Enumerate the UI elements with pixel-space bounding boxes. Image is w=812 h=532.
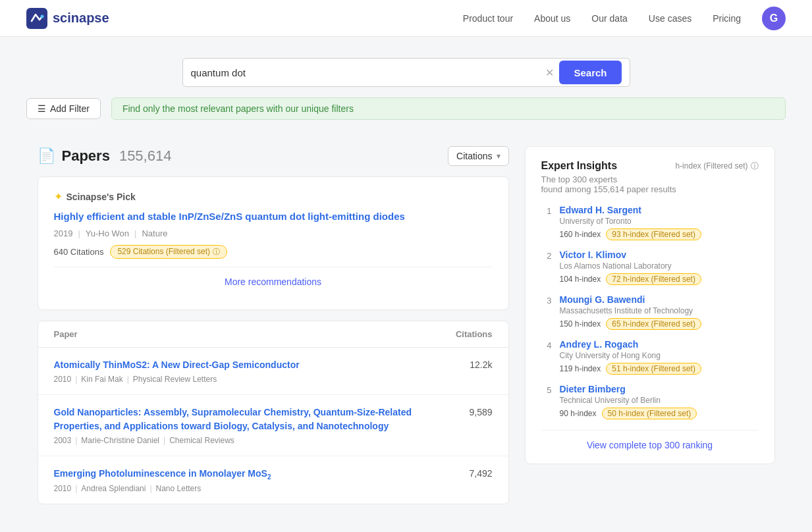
info-icon: ⓘ <box>213 247 220 257</box>
pick-journal: Nature <box>142 228 167 238</box>
paper-title[interactable]: Emerging Photoluminescence in Monolayer … <box>54 467 459 482</box>
svg-rect-0 <box>26 8 47 29</box>
papers-icon: 📄 <box>38 147 55 165</box>
user-avatar[interactable]: G <box>762 7 786 30</box>
pick-label: Scinapse's Pick <box>67 192 136 202</box>
paper-journal: Nano Letters <box>156 484 202 493</box>
search-input[interactable] <box>191 67 546 78</box>
filtered-citation-badge[interactable]: 529 Citations (Filtered set) ⓘ <box>110 245 227 259</box>
expert-scores: 104 h-index 72 h-index (Filtered set) <box>560 273 759 285</box>
paper-year: 2010 <box>54 484 72 493</box>
expert-affil: Massachusetts Institute of Technology <box>560 306 759 315</box>
expert-item: 3 Moungi G. Bawendi Massachusetts Instit… <box>541 294 759 330</box>
expert-item: 5 Dieter Bimberg Technical University of… <box>541 384 759 419</box>
paper-meta: 2010 | Kin Fai Mak | Physical Review Let… <box>54 375 460 384</box>
add-filter-button[interactable]: ☰ Add Filter <box>26 98 101 119</box>
expert-list: 1 Edward H. Sargent University of Toront… <box>541 205 759 419</box>
header: scinapse Product tour About us Our data … <box>0 0 812 37</box>
expert-name[interactable]: Andrey L. Rogach <box>560 339 759 350</box>
info-icon-expert: ⓘ <box>751 161 759 172</box>
hindex-filtered: 93 h-index (Filtered set) <box>606 228 701 240</box>
expert-affil: City University of Hong Kong <box>560 351 759 360</box>
nav-product-tour[interactable]: Product tour <box>463 13 513 24</box>
nav-use-cases[interactable]: Use cases <box>649 13 691 24</box>
pick-card: ✦ Scinapse's Pick Highly efficient and s… <box>38 176 509 310</box>
left-column: 📄 Papers 155,614 Citations ▾ ✦ Scinapse'… <box>38 146 509 504</box>
expert-item: 4 Andrey L. Rogach City University of Ho… <box>541 339 759 375</box>
hindex-val: 119 h-index <box>560 364 601 373</box>
paper-journal: Chemical Reviews <box>169 436 234 445</box>
expert-rank: 3 <box>541 294 552 306</box>
paper-meta: 2003 | Marie-Christine Daniel | Chemical… <box>54 436 459 445</box>
expert-affil: Technical University of Berlin <box>560 396 759 405</box>
pick-badge: ✦ Scinapse's Pick <box>54 190 493 203</box>
expert-rank: 2 <box>541 250 552 261</box>
expert-rank: 5 <box>541 384 552 395</box>
paper-meta: 2010 | Andrea Splendiani | Nano Letters <box>54 484 459 493</box>
expert-rank: 4 <box>541 339 552 350</box>
paper-author: Marie-Christine Daniel <box>81 436 159 445</box>
hindex-filtered: 51 h-index (Filtered set) <box>606 363 701 375</box>
expert-name[interactable]: Edward H. Sargent <box>560 205 759 215</box>
pick-citations: 640 Citations 529 Citations (Filtered se… <box>54 245 493 259</box>
right-column: Expert Insights h-index (Filtered set) ⓘ… <box>525 146 775 504</box>
svg-point-1 <box>41 14 44 18</box>
chevron-down-icon: ▾ <box>497 151 501 161</box>
hindex-filtered: 65 h-index (Filtered set) <box>606 318 701 330</box>
expert-item: 1 Edward H. Sargent University of Toront… <box>541 205 759 240</box>
table-row: Atomically ThinMoS2: A New Direct-Gap Se… <box>38 348 508 395</box>
view-ranking[interactable]: View complete top 300 ranking <box>541 430 759 450</box>
expert-scores: 90 h-index 50 h-index (Filtered set) <box>560 408 759 419</box>
filter-icon: ☰ <box>38 103 46 114</box>
expert-affil: Los Alamos National Laboratory <box>560 261 759 271</box>
paper-year: 2003 <box>54 436 72 445</box>
expert-scores: 160 h-index 93 h-index (Filtered set) <box>560 228 759 240</box>
expert-name[interactable]: Dieter Bimberg <box>560 384 759 394</box>
pick-author: Yu-Ho Won <box>86 228 129 238</box>
paper-info: Emerging Photoluminescence in Monolayer … <box>54 467 459 494</box>
nav-about-us[interactable]: About us <box>534 13 570 24</box>
expert-scores: 119 h-index 51 h-index (Filtered set) <box>560 363 759 375</box>
nav-pricing[interactable]: Pricing <box>713 13 741 24</box>
more-recommendations[interactable]: More recommendations <box>54 267 493 296</box>
expert-subtitle: The top 300 experts found among 155,614 … <box>541 174 759 194</box>
paper-author: Andrea Splendiani <box>81 484 146 493</box>
expert-name[interactable]: Victor I. Klimov <box>560 250 759 260</box>
search-button[interactable]: Search <box>559 61 621 84</box>
logo[interactable]: scinapse <box>26 8 109 29</box>
table-row: Gold Nanoparticles: Assembly, Supramolec… <box>38 395 508 456</box>
pick-star-icon: ✦ <box>54 190 63 203</box>
sort-dropdown[interactable]: Citations ▾ <box>448 146 508 166</box>
sort-current: Citations <box>456 151 492 161</box>
papers-header: 📄 Papers 155,614 Citations ▾ <box>38 146 509 166</box>
main-content: 📄 Papers 155,614 Citations ▾ ✦ Scinapse'… <box>11 130 801 520</box>
paper-citations-val: 7,492 <box>469 467 492 479</box>
expert-title: Expert Insights <box>541 160 618 172</box>
paper-title[interactable]: Atomically ThinMoS2: A New Direct-Gap Se… <box>54 358 460 372</box>
search-bar: ✕ Search <box>182 58 630 87</box>
table-header: Paper Citations <box>38 321 508 348</box>
nav-our-data[interactable]: Our data <box>591 13 627 24</box>
pick-citation-count: 640 Citations <box>54 247 104 257</box>
meta-separator-2: | <box>134 228 136 238</box>
expert-affil: University of Toronto <box>560 217 759 226</box>
col-paper: Paper <box>54 329 78 339</box>
meta-separator: | <box>78 228 80 238</box>
pick-title[interactable]: Highly efficient and stable InP/ZnSe/ZnS… <box>54 211 405 222</box>
hindex-val: 104 h-index <box>560 275 601 284</box>
clear-icon[interactable]: ✕ <box>545 66 554 79</box>
paper-title[interactable]: Gold Nanoparticles: Assembly, Supramolec… <box>54 406 459 433</box>
paper-info: Atomically ThinMoS2: A New Direct-Gap Se… <box>54 358 460 384</box>
logo-icon <box>26 8 47 29</box>
col-citations: Citations <box>456 329 493 339</box>
filter-tip: Find only the most relevant papers with … <box>111 97 786 120</box>
hindex-filtered: 50 h-index (Filtered set) <box>602 408 697 419</box>
logo-text: scinapse <box>53 11 109 26</box>
expert-name[interactable]: Moungi G. Bawendi <box>560 294 759 305</box>
papers-label: Papers <box>62 147 110 165</box>
expert-header: Expert Insights h-index (Filtered set) ⓘ <box>541 160 759 172</box>
pick-year: 2019 <box>54 228 73 238</box>
hindex-label: h-index (Filtered set) ⓘ <box>675 161 758 172</box>
paper-citations-val: 12.2k <box>470 358 492 370</box>
search-bar-wrap: ✕ Search <box>26 58 786 87</box>
